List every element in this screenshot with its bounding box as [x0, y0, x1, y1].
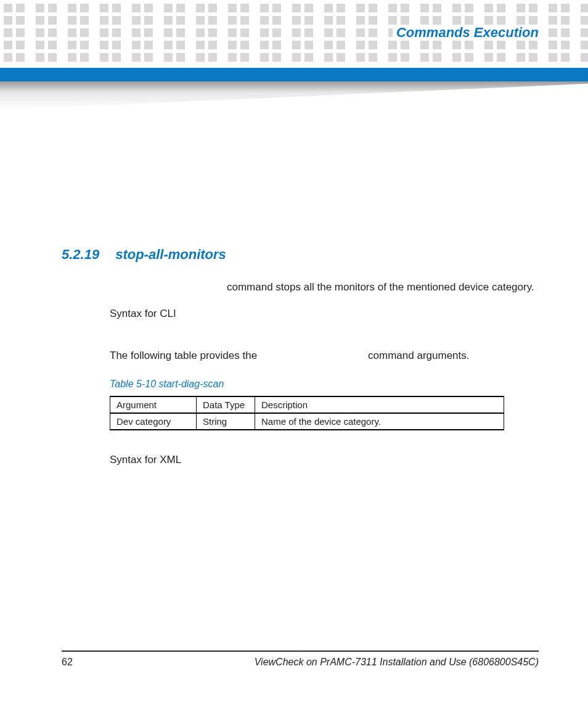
- page-number: 62: [62, 657, 73, 668]
- page: { "chapter_title": "Commands Execution",…: [0, 0, 588, 706]
- col-description: Description: [255, 396, 504, 413]
- cell-argument: Dev category: [110, 413, 197, 430]
- table-header-row: Argument Data Type Description: [110, 396, 504, 413]
- col-datatype: Data Type: [197, 396, 255, 413]
- intro-text: command stops all the monitors of the me…: [227, 281, 534, 293]
- syntax-xml-label: Syntax for XML: [110, 453, 539, 468]
- page-footer: 62 ViewCheck on PrAMC-7311 Installation …: [62, 651, 539, 668]
- intro-paragraph: command stops all the monitors of the me…: [110, 280, 539, 295]
- arguments-table: Argument Data Type Description Dev categ…: [110, 396, 504, 430]
- table-intro-paragraph: The following table provides thecommand …: [110, 348, 539, 364]
- content-area: 5.2.19 stop-all-monitors command stops a…: [62, 247, 539, 468]
- table-row: Dev category String Name of the device c…: [110, 413, 504, 430]
- section-number: 5.2.19: [62, 247, 99, 263]
- cell-datatype: String: [197, 413, 255, 430]
- cell-description: Name of the device category.: [255, 413, 504, 430]
- table-caption: Table 5-10 start-diag-scan: [110, 379, 539, 390]
- header-wedge: [0, 81, 588, 110]
- footer-rule: [62, 651, 539, 652]
- section-title: stop-all-monitors: [115, 247, 226, 263]
- chapter-title: Commands Execution: [393, 25, 542, 41]
- section-heading: 5.2.19 stop-all-monitors: [62, 247, 539, 263]
- header-bar: [0, 68, 588, 81]
- table-intro-lead: The following table provides the: [110, 350, 257, 361]
- col-argument: Argument: [110, 396, 197, 413]
- syntax-cli-label: Syntax for CLI: [110, 306, 539, 322]
- table-intro-tail: command arguments.: [368, 350, 469, 361]
- doc-title: ViewCheck on PrAMC-7311 Installation and…: [255, 657, 539, 668]
